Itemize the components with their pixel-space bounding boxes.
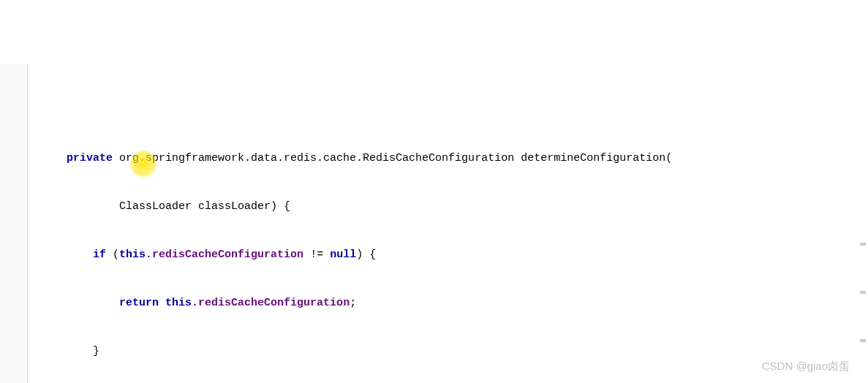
minimap-marker xyxy=(860,243,866,246)
minimap-marker xyxy=(860,339,866,342)
code-line: if (this.redisCacheConfiguration != null… xyxy=(29,247,868,263)
code-line: ClassLoader classLoader) { xyxy=(29,199,868,215)
field: redisCacheConfiguration xyxy=(152,249,303,261)
watermark: CSDN @giao卤蛋 xyxy=(762,358,850,374)
keyword-this: this xyxy=(165,297,192,309)
minimap-marker xyxy=(860,291,866,294)
punct: ) { xyxy=(271,200,290,213)
minimap[interactable] xyxy=(860,211,866,383)
keyword-null: null xyxy=(330,249,356,261)
method-name: determineConfiguration xyxy=(521,152,665,164)
keyword-if: if xyxy=(93,249,106,261)
punct: . xyxy=(146,249,152,261)
punct: . xyxy=(192,297,198,309)
code-line: return this.redisCacheConfiguration; xyxy=(29,295,868,311)
field: redisCacheConfiguration xyxy=(198,297,350,309)
punct: ( xyxy=(106,249,119,261)
punct: ( xyxy=(665,152,672,164)
op: != xyxy=(303,249,330,261)
param: classLoader xyxy=(198,200,271,213)
type: org.springframework.data.redis.cache.Red… xyxy=(119,152,514,164)
editor-gutter xyxy=(0,64,28,383)
type: ClassLoader xyxy=(119,200,192,213)
keyword-this: this xyxy=(119,249,146,261)
keyword-return: return xyxy=(119,297,159,309)
punct: ) { xyxy=(356,249,376,261)
code-line: } xyxy=(29,344,868,360)
keyword-private: private xyxy=(67,152,113,164)
brace: } xyxy=(93,345,99,357)
code-line: private org.springframework.data.redis.c… xyxy=(29,151,868,167)
punct: ; xyxy=(350,297,356,309)
code-editor[interactable]: private org.springframework.data.redis.c… xyxy=(0,64,868,383)
